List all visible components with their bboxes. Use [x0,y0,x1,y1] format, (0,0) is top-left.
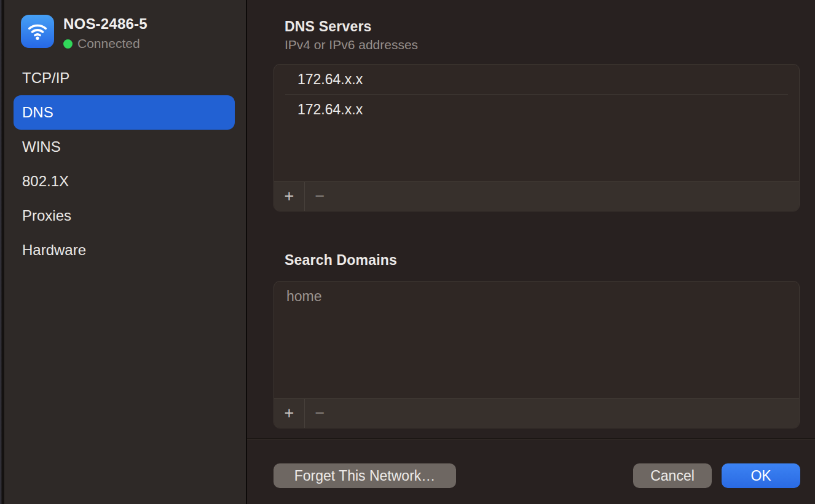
main-pane: DNS Servers IPv4 or IPv6 addresses 172.6… [247,0,815,504]
search-domain-add-button[interactable]: + [274,399,304,428]
dns-add-button[interactable]: + [274,182,304,211]
dns-remove-button[interactable]: − [305,182,335,211]
sidebar: NOS-2486-5 Connected TCP/IP DNS WINS 802… [4,0,246,504]
cancel-button[interactable]: Cancel [633,463,712,488]
dns-servers-toolbar: + − [274,181,799,211]
dns-servers-rows: 172.64.x.x 172.64.x.x [274,65,799,124]
sidebar-item-tcpip[interactable]: TCP/IP [14,61,235,95]
search-domains-toolbar: + − [274,398,799,428]
wifi-icon [21,15,54,48]
sidebar-item-wins[interactable]: WINS [14,130,235,164]
sidebar-nav: TCP/IP DNS WINS 802.1X Proxies Hardware [14,61,235,267]
sidebar-divider [246,0,247,504]
connected-status-dot [63,39,73,49]
sidebar-item-8021x[interactable]: 802.1X [14,164,235,199]
dns-servers-subtitle: IPv4 or IPv6 addresses [285,37,418,52]
network-details-window: NOS-2486-5 Connected TCP/IP DNS WINS 802… [0,0,815,504]
ok-button[interactable]: OK [722,463,800,488]
search-domains-title: Search Domains [285,252,397,269]
sidebar-item-hardware[interactable]: Hardware [14,233,235,267]
network-name: NOS-2486-5 [63,15,148,33]
connected-status-label: Connected [77,36,140,51]
search-domain-entry[interactable]: home [274,282,799,311]
search-domains-listbox: home + − [274,281,800,428]
footer-bar: Forget This Network… Cancel OK [247,463,815,488]
sidebar-item-proxies[interactable]: Proxies [14,199,235,233]
dns-servers-title: DNS Servers [285,18,372,35]
sidebar-item-dns[interactable]: DNS [14,95,235,130]
dns-servers-listbox: 172.64.x.x 172.64.x.x + − [274,64,800,211]
dns-server-entry[interactable]: 172.64.x.x [274,95,799,124]
window-edge [0,0,4,504]
footer-divider [247,438,815,439]
dns-server-entry[interactable]: 172.64.x.x [274,65,799,94]
search-domains-rows: home [274,282,799,311]
network-status: Connected [63,36,140,51]
forget-network-button[interactable]: Forget This Network… [274,463,456,488]
search-domain-remove-button[interactable]: − [305,399,335,428]
